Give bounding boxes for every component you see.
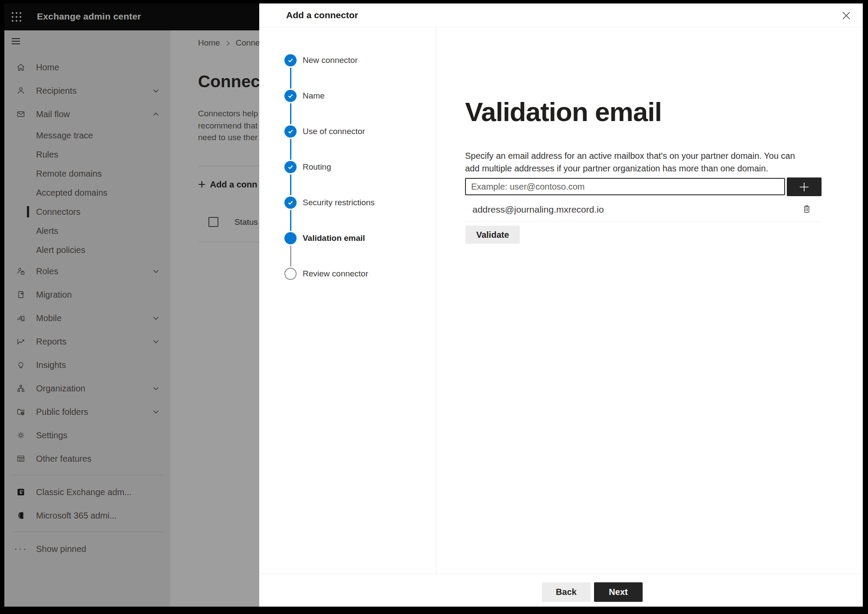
footer-divider	[259, 574, 863, 574]
panel-header: Add a connector	[259, 3, 863, 28]
step-name[interactable]: Name	[284, 90, 375, 125]
step-upcoming-icon	[284, 268, 297, 280]
step-connector-line	[290, 210, 291, 231]
app-window: Exchange admin center HomeRecipientsMail…	[4, 3, 863, 607]
step-connector-line	[290, 103, 291, 124]
step-connector-line	[290, 68, 291, 89]
step-new-connector[interactable]: New connector	[284, 54, 375, 90]
trash-icon	[802, 204, 811, 215]
add-connector-panel: Add a connector New connectorNameUse of …	[259, 3, 863, 607]
step-heading: Validation email	[465, 95, 662, 129]
step-label: Routing	[303, 161, 331, 173]
step-connector-line	[290, 246, 291, 266]
step-label: Review connector	[303, 268, 368, 279]
divider	[436, 27, 436, 574]
delete-address-button[interactable]	[800, 203, 813, 216]
step-routing[interactable]: Routing	[284, 161, 375, 197]
step-use-of-connector[interactable]: Use of connector	[284, 125, 375, 161]
step-security-restrictions[interactable]: Security restrictions	[284, 197, 375, 232]
step-validation-email[interactable]: Validation email	[284, 232, 375, 268]
step-check-icon	[284, 125, 297, 138]
email-address-row: address@journaling.mxrecord.io	[465, 202, 822, 218]
step-label: Use of connector	[303, 126, 365, 137]
email-address-value: address@journaling.mxrecord.io	[472, 204, 604, 215]
panel-title: Add a connector	[286, 10, 358, 20]
step-connector-line	[290, 174, 291, 195]
step-label: New connector	[303, 55, 358, 66]
screenshot-frame: Exchange admin center HomeRecipientsMail…	[0, 0, 868, 614]
step-label: Name	[303, 90, 325, 102]
next-button[interactable]: Next	[594, 582, 643, 602]
add-email-button[interactable]	[787, 177, 822, 196]
step-current-icon	[284, 232, 297, 244]
close-icon[interactable]	[839, 9, 853, 23]
step-review-connector[interactable]: Review connector	[284, 268, 375, 303]
step-label: Security restrictions	[303, 197, 375, 208]
step-check-icon	[284, 54, 297, 66]
step-description: Specify an email address for an active m…	[465, 150, 808, 175]
email-address-input[interactable]	[465, 178, 785, 195]
step-check-icon	[284, 197, 297, 209]
step-check-icon	[284, 161, 297, 173]
step-label: Validation email	[303, 233, 365, 244]
step-check-icon	[284, 90, 297, 102]
validate-button[interactable]: Validate	[465, 226, 520, 244]
back-button[interactable]: Back	[542, 582, 591, 602]
divider	[466, 221, 822, 222]
wizard-stepper: New connectorNameUse of connectorRouting…	[284, 54, 375, 303]
step-connector-line	[290, 139, 291, 160]
